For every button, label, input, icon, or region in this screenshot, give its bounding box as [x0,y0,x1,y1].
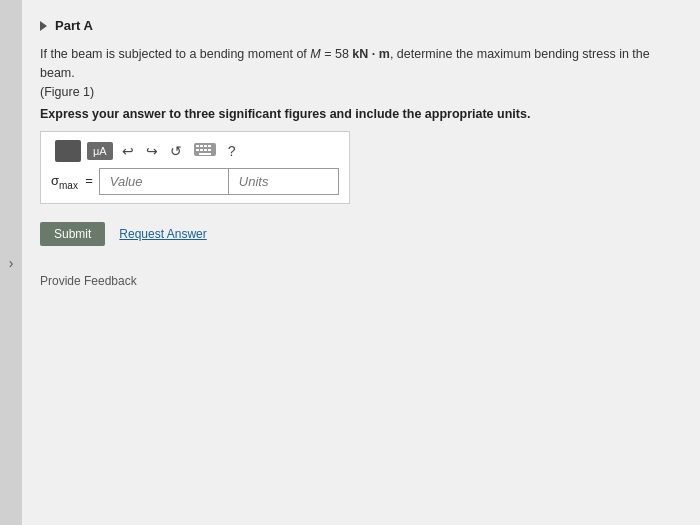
problem-text-1: If the beam is subjected to a bending mo… [40,47,310,61]
svg-rect-13 [199,153,211,155]
math-equals: = 58 [321,47,353,61]
svg-rect-6 [200,145,203,147]
mu-label: μA [93,145,107,157]
undo-icon: ↩ [122,143,134,159]
svg-rect-9 [196,149,199,151]
collapse-triangle-icon[interactable] [40,21,47,31]
answer-box: μA ↩ ↪ ↺ [40,131,350,204]
redo-button[interactable]: ↪ [143,141,161,161]
answer-toolbar: μA ↩ ↪ ↺ [51,140,339,162]
undo-button[interactable]: ↩ [119,141,137,161]
help-button[interactable]: ? [225,141,239,161]
svg-rect-11 [204,149,207,151]
svg-rect-5 [196,145,199,147]
part-title: Part A [55,18,93,33]
main-content: Part A If the beam is subjected to a ben… [22,0,700,525]
keyboard-button[interactable] [191,141,219,161]
instruction-text: Express your answer to three significant… [40,107,676,121]
keyboard-icon [194,143,216,159]
units-input[interactable] [229,168,339,195]
math-M: M [310,47,320,61]
svg-rect-8 [208,145,211,147]
math-units: kN · m [352,47,390,61]
submit-button[interactable]: Submit [40,222,105,246]
formula-button[interactable] [55,140,81,162]
svg-rect-2 [60,151,67,157]
value-input[interactable] [99,168,229,195]
figure-ref: (Figure 1) [40,85,94,99]
svg-rect-0 [60,143,67,149]
sigma-label: σmax = [51,173,93,191]
svg-rect-3 [69,151,76,157]
formula-icon [59,142,77,160]
svg-rect-10 [200,149,203,151]
input-row: σmax = [51,168,339,195]
request-answer-link[interactable]: Request Answer [119,227,206,241]
refresh-button[interactable]: ↺ [167,141,185,161]
provide-feedback-link[interactable]: Provide Feedback [40,274,137,288]
mu-button[interactable]: μA [87,142,113,160]
sidebar-collapse-button[interactable]: › [0,0,22,525]
refresh-icon: ↺ [170,143,182,159]
svg-rect-7 [204,145,207,147]
part-header: Part A [40,18,676,33]
left-arrow-icon: › [9,255,14,271]
help-icon: ? [228,143,236,159]
button-row: Submit Request Answer [40,222,676,246]
svg-rect-1 [69,143,76,149]
svg-rect-12 [208,149,211,151]
problem-description: If the beam is subjected to a bending mo… [40,45,676,101]
redo-icon: ↪ [146,143,158,159]
feedback-section: Provide Feedback [40,274,676,288]
